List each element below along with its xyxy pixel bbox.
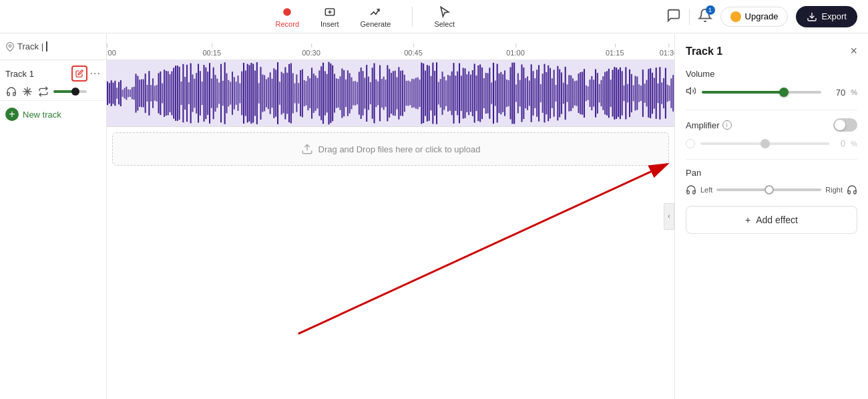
svg-rect-168 <box>408 81 409 106</box>
toolbar-divider <box>412 7 413 27</box>
add-effect-button[interactable]: + Add effect <box>686 206 857 234</box>
svg-rect-260 <box>582 72 583 114</box>
track-volume-slider[interactable] <box>53 90 87 93</box>
svg-rect-107 <box>292 73 294 113</box>
section-divider-1 <box>686 110 857 110</box>
close-panel-button[interactable]: × <box>850 44 857 58</box>
svg-rect-180 <box>431 76 432 111</box>
svg-rect-110 <box>298 83 299 104</box>
svg-rect-277 <box>614 67 615 120</box>
insert-tool[interactable]: Insert <box>320 5 339 28</box>
svg-rect-252 <box>567 84 568 102</box>
svg-rect-303 <box>663 78 664 108</box>
time-mark-2: 00:30 <box>302 49 320 57</box>
waveform-row[interactable] <box>107 60 674 127</box>
svg-rect-246 <box>556 85 557 102</box>
svg-rect-232 <box>529 81 530 106</box>
collapse-button[interactable]: ‹ <box>664 203 674 230</box>
svg-rect-250 <box>563 83 564 104</box>
svg-rect-256 <box>574 81 576 106</box>
svg-rect-187 <box>443 77 445 110</box>
svg-rect-302 <box>661 82 662 104</box>
svg-rect-142 <box>359 72 360 114</box>
volume-slider[interactable] <box>702 91 821 94</box>
export-button[interactable]: Export <box>796 6 857 27</box>
record-tool[interactable]: Record <box>276 5 299 28</box>
waveform-svg <box>107 60 674 126</box>
svg-rect-124 <box>324 71 326 115</box>
svg-rect-183 <box>436 62 437 124</box>
svg-rect-69 <box>220 64 222 123</box>
new-track-label: New track <box>23 110 61 120</box>
svg-rect-286 <box>631 74 632 112</box>
upgrade-label: Upgrade <box>745 11 779 21</box>
svg-rect-100 <box>279 82 280 104</box>
svg-rect-85 <box>250 63 252 124</box>
notification-icon[interactable]: 1 <box>698 8 712 25</box>
track-more-button[interactable]: ··· <box>90 68 101 80</box>
svg-point-0 <box>283 8 291 16</box>
svg-rect-16 <box>120 80 122 106</box>
svg-rect-132 <box>340 76 341 110</box>
amplifier-value: 0 <box>835 138 845 148</box>
svg-rect-105 <box>288 64 290 122</box>
headphones-icon[interactable] <box>5 86 17 98</box>
svg-rect-71 <box>224 62 226 124</box>
svg-rect-116 <box>309 78 310 108</box>
volume-row: 70 % <box>686 86 857 99</box>
svg-rect-251 <box>565 67 566 120</box>
svg-rect-224 <box>513 63 515 124</box>
amplifier-slider[interactable] <box>700 142 829 145</box>
new-track-button[interactable]: + New track <box>0 101 106 128</box>
drop-zone[interactable]: Drag and Drop files here or click to upl… <box>112 132 669 166</box>
svg-rect-152 <box>377 82 379 106</box>
svg-rect-244 <box>552 78 553 108</box>
svg-rect-92 <box>264 76 265 112</box>
svg-rect-229 <box>523 68 524 119</box>
svg-rect-288 <box>635 76 636 111</box>
pan-left-headphones <box>686 184 696 195</box>
upgrade-button[interactable]: Upgrade <box>720 7 789 27</box>
svg-rect-259 <box>580 72 581 114</box>
pin-icon <box>5 42 15 51</box>
export-label: Export <box>821 11 847 21</box>
amplifier-toggle[interactable] <box>833 118 857 132</box>
svg-rect-24 <box>136 74 137 112</box>
svg-rect-108 <box>294 84 296 104</box>
pan-right-label: Right <box>825 186 843 194</box>
svg-rect-234 <box>533 71 534 116</box>
freeze-icon[interactable] <box>21 86 33 98</box>
svg-rect-60 <box>204 65 205 122</box>
track-name-row: Track 1 ··· <box>5 65 101 82</box>
svg-rect-25 <box>137 76 138 111</box>
svg-rect-161 <box>395 71 396 116</box>
track-edit-button[interactable] <box>71 65 87 82</box>
amplifier-row: Amplifier i <box>686 118 857 132</box>
select-tool[interactable]: Select <box>434 5 455 28</box>
amplifier-info-icon[interactable]: i <box>722 120 732 130</box>
svg-rect-185 <box>440 79 441 108</box>
svg-rect-153 <box>379 65 381 122</box>
svg-rect-98 <box>275 70 276 116</box>
svg-rect-94 <box>268 78 269 109</box>
svg-rect-120 <box>317 78 318 109</box>
svg-rect-34 <box>154 86 156 100</box>
generate-tool[interactable]: Generate <box>361 5 391 28</box>
chat-icon[interactable] <box>666 8 681 25</box>
svg-rect-146 <box>366 65 367 122</box>
svg-rect-31 <box>148 71 150 115</box>
svg-rect-240 <box>544 64 546 123</box>
svg-rect-263 <box>588 86 589 100</box>
svg-rect-44 <box>173 68 174 118</box>
pan-slider[interactable] <box>716 188 821 191</box>
svg-rect-54 <box>192 74 194 112</box>
svg-rect-38 <box>162 84 163 104</box>
svg-rect-299 <box>656 68 657 119</box>
svg-rect-32 <box>150 85 152 101</box>
svg-rect-178 <box>427 65 428 122</box>
svg-rect-67 <box>216 79 218 108</box>
loop-icon[interactable] <box>37 86 49 98</box>
svg-rect-255 <box>572 78 574 108</box>
svg-rect-208 <box>483 78 485 108</box>
svg-rect-90 <box>260 67 262 120</box>
